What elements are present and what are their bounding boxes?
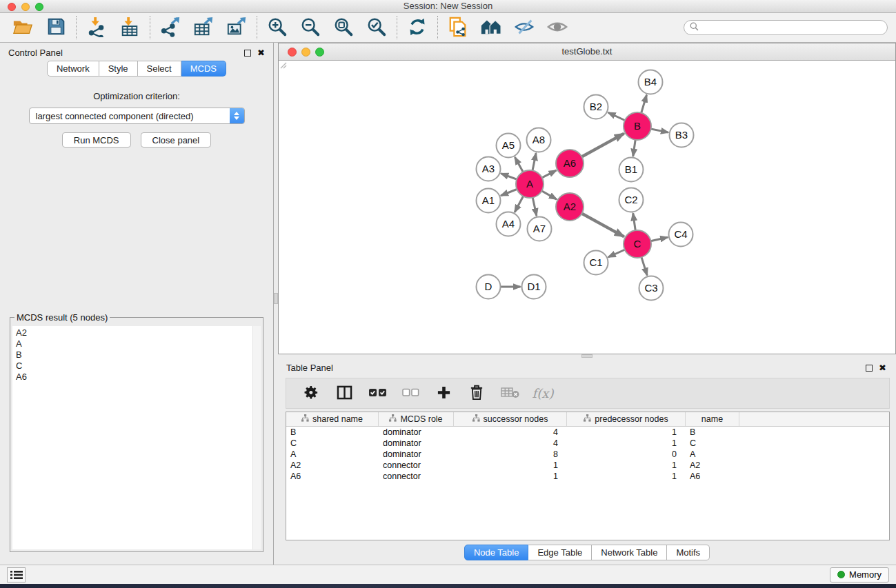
table-row[interactable]: Bdominator41B (286, 427, 889, 438)
table-row[interactable]: Cdominator41C (286, 438, 889, 449)
show-all-button[interactable] (543, 14, 572, 41)
select-all-checks-icon (368, 387, 387, 400)
zoom-out-button[interactable] (296, 14, 325, 41)
deselect-all-checks-icon (402, 388, 419, 399)
select-all-checks-button[interactable] (361, 381, 394, 407)
cell-successor-nodes: 4 (454, 438, 567, 448)
export-table-button[interactable] (189, 14, 218, 41)
cell-name: C (686, 438, 739, 448)
refresh-layout-button[interactable] (403, 14, 432, 41)
network-from-selection-icon (448, 17, 468, 39)
column-header-name[interactable]: name (686, 412, 739, 426)
tab-edge-table[interactable]: Edge Table (528, 545, 592, 560)
float-panel-icon[interactable] (866, 365, 873, 372)
result-item[interactable]: C (16, 361, 257, 372)
zoom-in-button[interactable] (263, 14, 292, 41)
network-maximize-button[interactable] (315, 48, 324, 57)
deselect-all-checks-button[interactable] (394, 381, 427, 407)
result-item[interactable]: A2 (16, 327, 257, 338)
cell-name: A (686, 449, 739, 459)
maximize-window-button[interactable] (35, 3, 43, 11)
graph-node-label: C4 (674, 228, 687, 240)
table-row[interactable]: Adominator80A (286, 449, 889, 460)
window-controls[interactable] (8, 3, 43, 11)
tab-network-table[interactable]: Network Table (592, 545, 667, 560)
node-table[interactable]: shared name MCDS role successor nodes pr… (286, 412, 890, 540)
result-item[interactable]: A (16, 338, 257, 349)
show-all-icon (547, 19, 568, 37)
optimization-dropdown-value: largest connected component (directed) (30, 111, 230, 121)
tab-network[interactable]: Network (47, 61, 99, 77)
search-box[interactable] (684, 20, 888, 35)
result-scrollbar[interactable] (252, 326, 261, 549)
control-panel: Control Panel ✖ NetworkStyleSelectMCDS O… (0, 43, 274, 565)
tab-motifs[interactable]: Motifs (667, 545, 710, 560)
open-session-button[interactable] (8, 14, 37, 41)
close-panel-icon[interactable]: ✖ (257, 50, 265, 57)
cell-successor-nodes: 1 (454, 460, 567, 470)
memory-button[interactable]: Memory (830, 567, 889, 582)
export-network-button[interactable] (156, 14, 185, 41)
network-from-selection-button[interactable] (444, 14, 472, 41)
shared-column-icon (584, 414, 591, 424)
toolbar-separator (257, 16, 257, 39)
zoom-selected-button[interactable] (362, 14, 391, 41)
graph-node-label: A4 (502, 218, 515, 230)
session-title: Session: New Session (0, 0, 896, 12)
divider-grip[interactable] (581, 354, 593, 358)
result-item[interactable]: A6 (16, 372, 257, 383)
tab-mcds[interactable]: MCDS (181, 61, 226, 77)
network-close-button[interactable] (288, 48, 297, 57)
cell-name: A2 (686, 460, 739, 470)
network-canvas[interactable]: B4B2BB3A8A5A6B1A3AA1C2A2A4A7C4CC1C3DD1 (279, 61, 895, 354)
network-minimize-button[interactable] (301, 48, 310, 57)
first-neighbors-button[interactable] (477, 14, 506, 41)
resize-grip-icon[interactable] (279, 61, 287, 69)
zoom-fit-button[interactable] (329, 14, 358, 41)
table-settings-gear-button[interactable] (295, 381, 328, 407)
close-panel-icon[interactable]: ✖ (879, 365, 886, 372)
optimization-dropdown[interactable]: largest connected component (directed) (29, 108, 245, 124)
run-mcds-button[interactable]: Run MCDS (62, 132, 131, 148)
app-titlebar: Session: New Session (0, 0, 896, 13)
graph-node-label: C2 (624, 194, 637, 205)
add-row-plus-button[interactable] (427, 381, 460, 407)
float-panel-icon[interactable] (244, 50, 251, 57)
table-row[interactable]: A6connector11A6 (286, 471, 889, 482)
import-network-button[interactable] (82, 14, 111, 41)
column-header-predecessor-nodes[interactable]: predecessor nodes (567, 412, 686, 426)
column-header-MCDS-role[interactable]: MCDS role (379, 412, 454, 426)
dropdown-stepper-icon[interactable] (230, 108, 244, 124)
column-header-successor-nodes[interactable]: successor nodes (454, 412, 567, 426)
first-neighbors-icon (480, 17, 502, 38)
graph-node-label: B3 (675, 129, 688, 141)
export-image-button[interactable] (222, 14, 251, 41)
task-history-button[interactable] (7, 567, 26, 582)
network-view-window: testGlobe.txt B4B2BB3A8A5A6B1A3AA1C2A2A4… (278, 43, 896, 354)
close-window-button[interactable] (8, 3, 16, 11)
tab-select[interactable]: Select (138, 61, 181, 77)
cell-shared-name: B (286, 427, 379, 437)
control-panel-title: Control Panel (8, 48, 63, 58)
cell-MCDS-role: dominator (379, 449, 454, 459)
hide-selected-button[interactable] (510, 14, 539, 41)
network-window-titlebar[interactable]: testGlobe.txt (279, 43, 895, 61)
zoom-in-icon (267, 17, 288, 39)
tab-node-table[interactable]: Node Table (464, 545, 529, 560)
graph-node-label: B4 (644, 76, 657, 88)
tab-style[interactable]: Style (99, 61, 138, 77)
show-column-button[interactable] (328, 381, 361, 407)
minimize-window-button[interactable] (21, 3, 30, 11)
graph-node-label: A1 (482, 194, 495, 206)
close-panel-button[interactable]: Close panel (141, 132, 212, 148)
toolbar-separator (437, 16, 438, 39)
table-row[interactable]: A2connector11A2 (286, 460, 889, 471)
mcds-result-list[interactable]: A2ABCA6 (12, 326, 261, 549)
search-input[interactable] (702, 23, 882, 32)
result-item[interactable]: B (16, 349, 257, 361)
delete-row-trash-button[interactable] (460, 381, 493, 407)
save-session-button[interactable] (41, 14, 70, 41)
column-header-shared-name[interactable]: shared name (286, 412, 379, 426)
cell-predecessor-nodes: 1 (567, 438, 686, 448)
import-table-button[interactable] (115, 14, 144, 41)
